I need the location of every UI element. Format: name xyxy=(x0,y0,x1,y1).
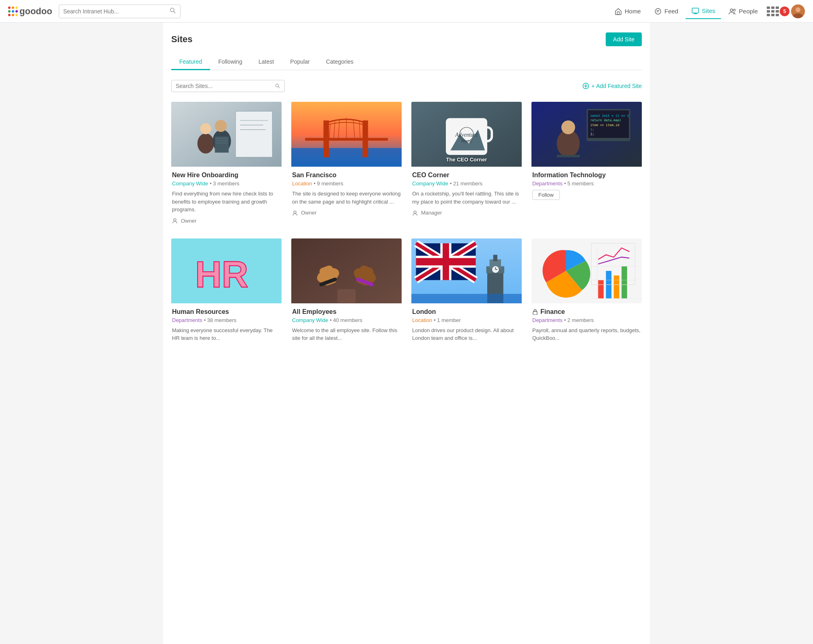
nav-sites[interactable]: Sites xyxy=(686,4,721,19)
svg-rect-2 xyxy=(617,12,619,15)
nav-sites-label: Sites xyxy=(702,7,715,14)
card-image-all-emp xyxy=(291,238,402,303)
svg-rect-23 xyxy=(216,140,228,141)
card-category: Departments xyxy=(532,317,562,323)
tab-categories[interactable]: Categories xyxy=(318,54,362,70)
card-role: Owner xyxy=(181,218,196,224)
nav-people[interactable]: People xyxy=(723,4,764,19)
svg-text:);: ); xyxy=(590,128,594,131)
tab-latest[interactable]: Latest xyxy=(250,54,282,70)
card-meta: Departments • 38 members xyxy=(172,317,281,323)
card-title: London xyxy=(412,308,521,316)
svg-rect-94 xyxy=(622,266,627,298)
follow-button[interactable]: Follow xyxy=(532,190,560,200)
nav-feed-label: Feed xyxy=(665,8,678,15)
svg-rect-93 xyxy=(614,275,619,298)
site-card-information-technology[interactable]: const init = () => { return data.map( it… xyxy=(531,102,642,229)
avatar-image xyxy=(791,4,805,18)
card-meta: Departments • 5 members xyxy=(532,180,641,187)
card-description: Making everyone successful everyday. The… xyxy=(172,326,281,342)
svg-text:HR: HR xyxy=(195,253,248,294)
card-category: Departments xyxy=(532,180,562,187)
card-category: Location xyxy=(292,180,312,187)
tab-following[interactable]: Following xyxy=(210,54,250,70)
notification-badge[interactable]: 5 xyxy=(780,6,789,16)
card-footer: Owner xyxy=(292,210,401,216)
add-featured-label: + Add Featured Site xyxy=(591,83,642,89)
svg-rect-24 xyxy=(216,142,228,143)
site-card-finance[interactable]: Finance Departments • 2 members Payroll,… xyxy=(531,238,642,351)
search-input[interactable] xyxy=(63,8,166,15)
card-meta: Departments • 2 members xyxy=(532,317,641,323)
card-body-finance: Finance Departments • 2 members Payroll,… xyxy=(531,303,642,351)
site-card-london[interactable]: London Location • 1 member London drives… xyxy=(411,238,522,351)
role-icon xyxy=(412,210,418,216)
card-title: Information Technology xyxy=(532,172,641,179)
svg-rect-4 xyxy=(692,8,699,13)
sites-search-input[interactable] xyxy=(176,83,272,89)
home-icon xyxy=(614,7,622,15)
tab-featured[interactable]: Featured xyxy=(171,54,210,70)
all-emp-illustration xyxy=(291,238,402,303)
site-card-new-hire-onboarding[interactable]: New Hire Onboarding Company Wide • 3 mem… xyxy=(171,102,282,229)
svg-point-42 xyxy=(294,211,296,213)
nav-home[interactable]: Home xyxy=(609,4,647,19)
search-icon xyxy=(170,7,176,15)
svg-rect-22 xyxy=(216,138,228,139)
card-members: • 3 members xyxy=(210,180,239,187)
sites-icon xyxy=(691,7,699,15)
card-description: Welcome to the all employee site. Follow… xyxy=(292,326,401,342)
tab-popular[interactable]: Popular xyxy=(282,54,318,70)
card-members: • 5 members xyxy=(564,180,594,187)
card-description: On a rocketship, you'll feel rattling. T… xyxy=(412,190,521,206)
card-body-london: London Location • 1 member London drives… xyxy=(411,303,522,351)
card-image-london xyxy=(411,238,522,303)
svg-rect-84 xyxy=(493,255,497,261)
card-meta: Location • 1 member xyxy=(412,317,521,323)
sites-search-bar xyxy=(171,80,285,92)
card-body-sf: San Francisco Location • 9 members The s… xyxy=(291,167,402,221)
nav-feed[interactable]: Feed xyxy=(648,4,684,19)
nav-home-label: Home xyxy=(625,8,641,15)
avatar[interactable] xyxy=(791,4,805,18)
card-members: • 21 members xyxy=(450,180,482,187)
svg-text:return data.map(: return data.map( xyxy=(590,118,621,122)
svg-text:Begins: Begins xyxy=(461,139,472,143)
card-body-it: Information Technology Departments • 5 m… xyxy=(531,167,642,208)
svg-point-6 xyxy=(733,9,736,11)
svg-rect-25 xyxy=(236,111,273,157)
role-icon xyxy=(292,210,298,216)
card-footer: Manager xyxy=(412,210,521,216)
site-card-human-resources[interactable]: HR Human Resources Departments • 38 memb… xyxy=(171,238,282,351)
card-meta: Company Wide • 21 members xyxy=(412,180,521,187)
card-title: All Employees xyxy=(292,308,401,316)
apps-grid-icon[interactable] xyxy=(765,5,778,18)
svg-rect-80 xyxy=(416,258,475,265)
card-image-finance xyxy=(531,238,642,303)
svg-text:const init = () => {: const init = () => { xyxy=(590,114,629,118)
card-members: • 1 member xyxy=(434,317,461,323)
svg-rect-100 xyxy=(533,311,537,315)
card-members: • 9 members xyxy=(314,180,343,187)
add-site-button[interactable]: Add Site xyxy=(606,32,642,46)
card-category: Company Wide xyxy=(412,180,448,187)
search-bar xyxy=(59,4,181,18)
card-title: CEO Corner xyxy=(412,172,521,179)
svg-point-29 xyxy=(174,219,176,221)
add-featured-site-link[interactable]: + Add Featured Site xyxy=(583,83,642,89)
card-image-hr: HR xyxy=(171,238,282,303)
card-image-it: const init = () => { return data.map( it… xyxy=(531,102,642,167)
svg-line-11 xyxy=(278,87,280,88)
svg-point-18 xyxy=(200,123,211,134)
site-card-ceo-corner[interactable]: Adventure Begins The CEO Corner CEO Corn… xyxy=(411,102,522,229)
logo[interactable]: goodoo xyxy=(8,6,52,17)
svg-text:item => item.id: item => item.id xyxy=(590,123,619,127)
card-category: Departments xyxy=(172,317,202,323)
hr-illustration: HR xyxy=(171,238,282,303)
finance-illustration xyxy=(531,238,642,303)
london-illustration xyxy=(411,238,522,303)
logo-dots xyxy=(8,6,18,16)
card-title: Finance xyxy=(532,308,641,316)
site-card-all-employees[interactable]: All Employees Company Wide • 40 members … xyxy=(291,238,402,351)
site-card-san-francisco[interactable]: San Francisco Location • 9 members The s… xyxy=(291,102,402,229)
